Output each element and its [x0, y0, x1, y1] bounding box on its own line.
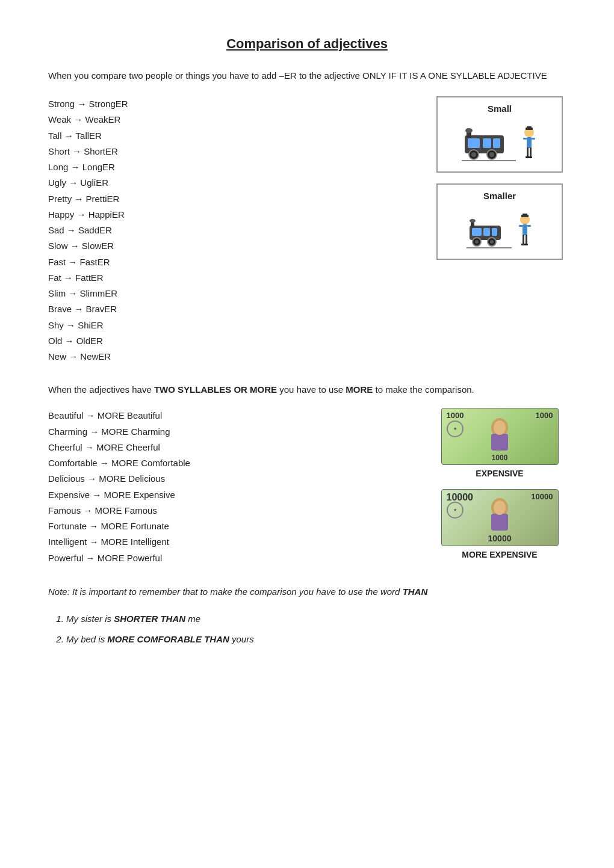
list-item: Fat → FattER: [48, 270, 415, 286]
list-item: Ugly → UgliER: [48, 175, 415, 191]
svg-rect-20: [532, 138, 535, 140]
svg-rect-37: [526, 235, 527, 244]
bill1-stamp: ★: [447, 420, 464, 437]
bill1-amount-top2: 1000: [536, 411, 553, 420]
small-image-box: Small: [436, 96, 563, 173]
list-item: Slow → SlowER: [48, 238, 415, 254]
list-item: Expensive → MORE Expensive: [48, 487, 415, 503]
list-item: New → NewER: [48, 349, 415, 365]
svg-rect-43: [491, 434, 508, 451]
svg-point-7: [471, 152, 476, 157]
list-item: Beautiful → MORE Beautiful: [48, 408, 415, 423]
svg-rect-39: [524, 244, 528, 245]
list-item: Tall → TallER: [48, 128, 415, 144]
list-item: Fortunate → MORE Fortunate: [48, 519, 415, 534]
list-item: Charming → MORE Charming: [48, 424, 415, 440]
list-item: Old → OldER: [48, 333, 415, 349]
expensive-label: EXPENSIVE: [441, 469, 559, 478]
list-item: Brave → BravER: [48, 301, 415, 317]
train-smaller-icon: [467, 211, 512, 253]
svg-rect-22: [472, 228, 482, 236]
svg-rect-2: [483, 138, 491, 148]
smaller-image-box: Smaller: [436, 183, 563, 260]
svg-rect-24: [492, 228, 497, 236]
smaller-label: Smaller: [446, 191, 553, 201]
svg-rect-46: [491, 514, 508, 531]
svg-point-5: [465, 128, 473, 133]
bill2-amount-top2: 10000: [531, 492, 553, 501]
intro-paragraph: When you compare two people or things yo…: [48, 69, 566, 83]
page-title: Comparison of adjectives: [48, 36, 566, 52]
svg-rect-13: [527, 126, 532, 128]
person-same-icon: [516, 214, 533, 253]
list-item: Pretty → PrettiER: [48, 191, 415, 207]
bill2-amount-bottom: 10000: [488, 534, 512, 543]
list-item: Delicious → MORE Delicious: [48, 471, 415, 487]
svg-point-28: [475, 240, 479, 244]
more-expensive-box: 10000 10000 ★ 10000 MORE EXPENSIVE: [441, 489, 559, 559]
list-item: Cheerful → MORE Cheerful: [48, 440, 415, 455]
svg-point-44: [494, 420, 506, 435]
train-large-icon: [462, 123, 516, 165]
svg-rect-35: [523, 224, 527, 235]
two-syllable-list: Beautiful → MORE BeautifulCharming → MOR…: [48, 408, 415, 566]
note-paragraph: Note: It is important to remember that t…: [48, 584, 566, 600]
list-item: Famous → MORE Famous: [48, 503, 415, 519]
svg-point-26: [470, 219, 476, 223]
svg-rect-34: [523, 214, 527, 215]
example-2: My bed is MORE COMFORABLE THAN yours: [66, 630, 566, 648]
svg-rect-1: [468, 138, 480, 148]
bill1-amount-bottom: 1000: [492, 454, 508, 462]
person-small-icon: [521, 126, 538, 165]
list-item: Fast → FastER: [48, 254, 415, 270]
more-expensive-label: MORE EXPENSIVE: [441, 550, 559, 559]
expensive-box: 1000 1000 ★ 1000 EXPENSIVE: [441, 408, 559, 478]
list-item: Long → LongER: [48, 159, 415, 175]
svg-point-30: [490, 240, 494, 244]
bill2-portrait: [485, 496, 515, 535]
svg-rect-14: [527, 137, 532, 148]
bill1-amount-top: 1000: [447, 411, 464, 420]
list-item: Powerful → MORE Powerful: [48, 550, 415, 566]
svg-rect-15: [527, 147, 529, 157]
list-item: Weak → WeakER: [48, 112, 415, 128]
svg-rect-41: [527, 225, 531, 227]
examples-list: My sister is SHORTER THAN me My bed is M…: [66, 610, 566, 648]
list-item: Intelligent → MORE Intelligent: [48, 534, 415, 550]
list-item: Comfortable → MORE Comfortable: [48, 455, 415, 471]
bill1-portrait: [485, 416, 515, 455]
svg-point-47: [494, 500, 506, 515]
list-item: Short → ShortER: [48, 144, 415, 159]
bill2-amount-top: 10000: [447, 492, 474, 503]
svg-rect-36: [523, 235, 524, 244]
svg-rect-40: [519, 225, 523, 227]
list-item: Strong → StrongER: [48, 96, 415, 112]
svg-rect-3: [493, 138, 500, 148]
two-syllable-intro: When the adjectives have TWO SYLLABLES O…: [48, 383, 566, 397]
list-item: Slim → SlimmER: [48, 286, 415, 301]
one-syllable-list: Strong → StrongERWeak → WeakERTall → Tal…: [48, 96, 415, 365]
svg-point-9: [489, 152, 494, 157]
small-label: Small: [446, 103, 553, 114]
list-item: Shy → ShiER: [48, 318, 415, 333]
example-1: My sister is SHORTER THAN me: [66, 610, 566, 628]
svg-rect-19: [523, 138, 527, 140]
bill2-stamp: ★: [447, 502, 464, 519]
list-item: Sad → SaddER: [48, 223, 415, 238]
list-item: Happy → HappiER: [48, 207, 415, 223]
svg-rect-16: [530, 147, 532, 157]
svg-rect-23: [483, 228, 490, 236]
svg-rect-18: [529, 156, 532, 158]
